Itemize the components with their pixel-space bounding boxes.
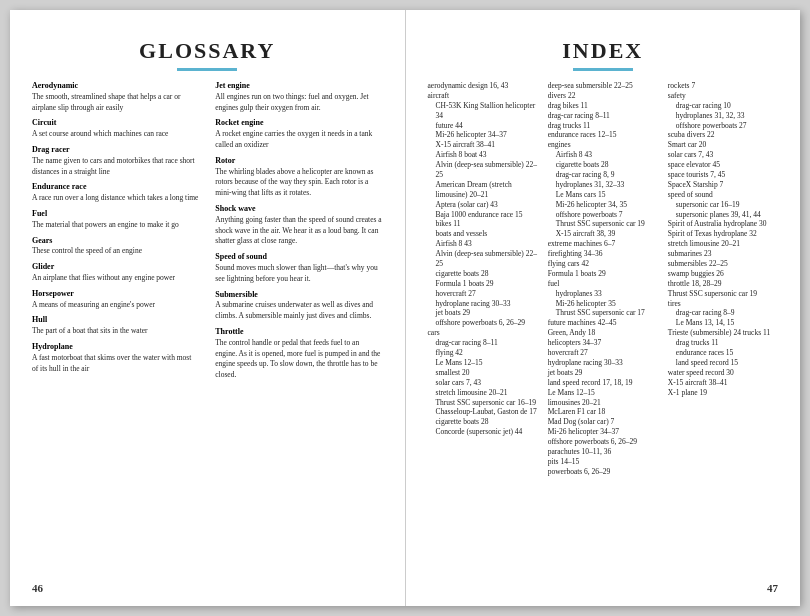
- index-entry: solar cars 7, 43: [428, 378, 538, 388]
- index-entry: Smart car 20: [668, 140, 778, 150]
- index-entry: land speed record 15: [668, 358, 778, 368]
- index-entry: aerodynamic design 16, 43: [428, 81, 538, 91]
- index-entry: Spirit of Texas hydroplane 32: [668, 229, 778, 239]
- index-entry: Mad Dog (solar car) 7: [548, 417, 658, 427]
- index-entry: supersonic car 16–19: [668, 200, 778, 210]
- glossary-term: Speed of sound: [215, 252, 382, 263]
- index-entry: cigarette boats 28: [428, 417, 538, 427]
- index-underline: [573, 68, 633, 71]
- index-entry: submersibles 22–25: [668, 259, 778, 269]
- index-entry: Le Mans 12–15: [428, 358, 538, 368]
- index-entry: divers 22: [548, 91, 658, 101]
- glossary-entry: Rocket engineA rocket engine carries the…: [215, 118, 382, 150]
- index-entry: drag-car racing 8–11: [548, 111, 658, 121]
- glossary-entry: CircuitA set course around which machine…: [32, 118, 199, 140]
- glossary-term: Shock wave: [215, 204, 382, 215]
- glossary-term: Rocket engine: [215, 118, 382, 129]
- glossary-def: Sound moves much slower than light—that'…: [215, 263, 377, 283]
- glossary-col-1: AerodynamicThe smooth, streamlined shape…: [32, 81, 199, 386]
- glossary-def: These control the speed of an engine: [32, 246, 142, 255]
- glossary-term: Submersible: [215, 290, 382, 301]
- index-entry: cars: [428, 328, 538, 338]
- index-entry: hydroplane racing 30–33: [548, 358, 658, 368]
- glossary-term: Rotor: [215, 156, 382, 167]
- index-title: INDEX: [428, 38, 779, 64]
- index-col-2: deep-sea submersible 22–25divers 22drag …: [548, 81, 658, 477]
- index-entry: Mi-26 helicopter 34–37: [428, 130, 538, 140]
- glossary-entry: GliderAn airplane that flies without any…: [32, 262, 199, 284]
- glossary-entry: HydroplaneA fast motorboat that skims ov…: [32, 342, 199, 374]
- glossary-def: A means of measuring an engine's power: [32, 300, 155, 309]
- index-entry: Formula 1 boats 29: [548, 269, 658, 279]
- index-entry: flying cars 42: [548, 259, 658, 269]
- index-entry: Le Mans 13, 14, 15: [668, 318, 778, 328]
- index-entry: parachutes 10–11, 36: [548, 447, 658, 457]
- index-entry: extreme machines 6–7: [548, 239, 658, 249]
- index-entry: hovercraft 27: [548, 348, 658, 358]
- index-entry: jet boats 29: [428, 308, 538, 318]
- index-entry: drag bikes 11: [548, 101, 658, 111]
- glossary-def: The name given to cars and motorbikes th…: [32, 156, 195, 176]
- glossary-def: All engines run on two things: fuel and …: [215, 92, 368, 112]
- index-entry: supersonic planes 39, 41, 44: [668, 210, 778, 220]
- index-entry: pits 14–15: [548, 457, 658, 467]
- page-number-left: 46: [32, 582, 43, 594]
- index-entry: jet boats 29: [548, 368, 658, 378]
- index-entry: scuba divers 22: [668, 130, 778, 140]
- glossary-term: Gears: [32, 236, 199, 247]
- index-entry: Formula 1 boats 29: [428, 279, 538, 289]
- index-entry: hydroplanes 33: [548, 289, 658, 299]
- glossary-def: The material that powers an engine to ma…: [32, 220, 179, 229]
- glossary-term: Fuel: [32, 209, 199, 220]
- glossary-entry: GearsThese control the speed of an engin…: [32, 236, 199, 258]
- index-entry: drag-car racing 8, 9: [548, 170, 658, 180]
- index-entry: swamp buggies 26: [668, 269, 778, 279]
- glossary-def: A rocket engine carries the oxygen it ne…: [215, 129, 372, 149]
- glossary-term: Hull: [32, 315, 199, 326]
- index-entry: powerboats 6, 26–29: [548, 467, 658, 477]
- index-entry: water speed record 30: [668, 368, 778, 378]
- index-entry: Airfish 8 boat 43: [428, 150, 538, 160]
- index-entry: submarines 23: [668, 249, 778, 259]
- glossary-term: Hydroplane: [32, 342, 199, 353]
- index-col-1: aerodynamic design 16, 43aircraftCH-53K …: [428, 81, 538, 477]
- index-entry: endurance races 15: [668, 348, 778, 358]
- glossary-def: A race run over a long distance which ta…: [32, 193, 198, 202]
- index-entry: engines: [548, 140, 658, 150]
- index-entry: flying 42: [428, 348, 538, 358]
- index-content: aerodynamic design 16, 43aircraftCH-53K …: [428, 81, 779, 477]
- glossary-term: Endurance race: [32, 182, 199, 193]
- index-entry: Green, Andy 18: [548, 328, 658, 338]
- index-entry: Thrust SSC supersonic car 16–19: [428, 398, 538, 408]
- index-entry: Thrust SSC supersonic car 19: [548, 219, 658, 229]
- index-entry: space tourists 7, 45: [668, 170, 778, 180]
- index-entry: X-15 aircraft 38, 39: [548, 229, 658, 239]
- index-entry: Airfish 8 43: [428, 239, 538, 249]
- index-entry: solar cars 7, 43: [668, 150, 778, 160]
- index-entry: offshore powerboats 6, 26–29: [428, 318, 538, 328]
- glossary-term: Throttle: [215, 327, 382, 338]
- index-entry: boats and vessels: [428, 229, 538, 239]
- index-col-3: rockets 7safetydrag-car racing 10hydropl…: [668, 81, 778, 477]
- index-entry: firefighting 34–36: [548, 249, 658, 259]
- glossary-def: An airplane that flies without any engin…: [32, 273, 175, 282]
- page-number-right: 47: [767, 582, 778, 594]
- index-entry: offshore powerboats 7: [548, 210, 658, 220]
- glossary-def: The smooth, streamlined shape that helps…: [32, 92, 181, 112]
- index-entry: Le Mans cars 15: [548, 190, 658, 200]
- index-entry: helicopters 34–37: [548, 338, 658, 348]
- index-entry: hydroplanes 31, 32, 33: [668, 111, 778, 121]
- index-entry: Trieste (submersible) 24 trucks 11: [668, 328, 778, 338]
- index-entry: speed of sound: [668, 190, 778, 200]
- index-entry: Concorde (supersonic jet) 44: [428, 427, 538, 437]
- index-entry: Airfish 8 43: [548, 150, 658, 160]
- index-entry: safety: [668, 91, 778, 101]
- index-entry: drag-car racing 8–11: [428, 338, 538, 348]
- index-entry: hovercraft 27: [428, 289, 538, 299]
- index-entry: X-15 aircraft 38–41: [668, 378, 778, 388]
- index-entry: land speed record 17, 18, 19: [548, 378, 658, 388]
- book-spread: GLOSSARY AerodynamicThe smooth, streamli…: [10, 10, 800, 606]
- index-entry: stretch limousine 20–21: [428, 388, 538, 398]
- glossary-entry: HullThe part of a boat that sits in the …: [32, 315, 199, 337]
- index-entry: future 44: [428, 121, 538, 131]
